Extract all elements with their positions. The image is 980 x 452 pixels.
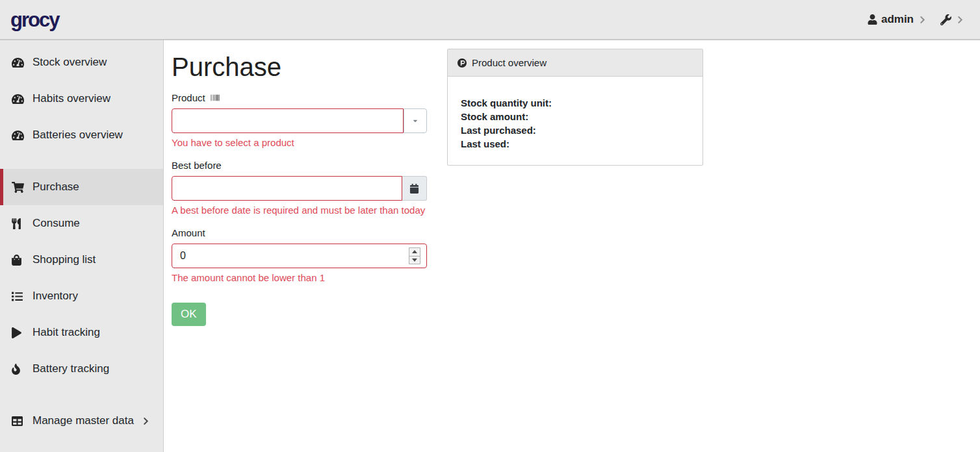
gauge-icon xyxy=(12,94,29,105)
product-overview-title: Product overview xyxy=(472,57,547,68)
sidebar-item-label: Battery tracking xyxy=(32,362,154,375)
sidebar-item-label: Habit tracking xyxy=(32,326,154,339)
list-icon xyxy=(12,291,29,302)
amount-error: The amount cannot be lower than 1 xyxy=(172,272,427,283)
main-content: Purchase Product You h xyxy=(164,40,980,452)
user-name: admin xyxy=(881,13,914,26)
best-before-label-text: Best before xyxy=(172,160,222,171)
chevron-right-icon[interactable] xyxy=(920,16,925,24)
sidebar-item-consume[interactable]: Consume xyxy=(0,205,163,242)
amount-label-text: Amount xyxy=(172,227,205,238)
sidebar-nav: Stock overview Habits overview Batteries… xyxy=(0,40,164,452)
sidebar-item-manage-master-data[interactable]: Manage master data xyxy=(0,403,163,439)
user-icon xyxy=(868,14,877,25)
amount-form-group: Amount The amount cannot be lower than 1 xyxy=(172,227,427,283)
product-label: Product xyxy=(172,92,427,103)
sidebar-item-habit-tracking[interactable]: Habit tracking xyxy=(0,314,163,351)
gauge-icon xyxy=(12,130,29,141)
best-before-input[interactable] xyxy=(172,176,402,201)
sidebar-item-batteries-overview[interactable]: Batteries overview xyxy=(0,117,163,153)
spinner-down-button[interactable] xyxy=(409,256,420,264)
chevron-right-icon xyxy=(143,417,149,425)
product-error: You have to select a product xyxy=(172,137,427,148)
amount-input[interactable] xyxy=(172,244,427,268)
last-purchased-label: Last purchased: xyxy=(461,123,690,137)
sidebar-item-label: Shopping list xyxy=(32,253,154,266)
sidebar-spacer xyxy=(0,153,163,169)
last-used-label: Last used: xyxy=(461,137,690,151)
gauge-icon xyxy=(12,57,29,68)
stock-amount-label: Stock amount: xyxy=(461,110,690,123)
settings-menu[interactable] xyxy=(940,14,963,25)
sidebar-item-label: Purchase xyxy=(32,181,154,194)
shopping-bag-icon xyxy=(12,255,29,266)
grocy-logo[interactable]: grocy xyxy=(10,10,58,30)
wrench-icon xyxy=(940,14,951,25)
barcode-icon xyxy=(210,94,220,102)
sidebar-item-label: Batteries overview xyxy=(32,129,154,142)
product-label-text: Product xyxy=(172,92,205,103)
product-overview-body: Stock quantity unit: Stock amount: Last … xyxy=(448,77,703,165)
amount-label: Amount xyxy=(172,227,427,238)
product-overview-header: Product overview xyxy=(448,49,703,77)
header-actions: admin xyxy=(868,13,963,26)
product-form-group: Product You have to select a product xyxy=(172,92,427,148)
shopping-cart-icon xyxy=(12,182,29,193)
best-before-form-group: Best before A best before date is requir… xyxy=(172,160,427,216)
page-title: Purchase xyxy=(172,52,427,82)
table-icon xyxy=(12,416,29,427)
play-icon xyxy=(12,327,29,338)
sidebar-item-label: Consume xyxy=(32,217,154,230)
best-before-input-group xyxy=(172,176,427,201)
purchase-form: Purchase Product You h xyxy=(172,48,427,326)
sidebar-spacer xyxy=(0,387,163,403)
product-input-group xyxy=(172,108,427,133)
product-dropdown-button[interactable] xyxy=(404,108,427,133)
caret-down-icon xyxy=(412,118,419,124)
sidebar-item-label: Stock overview xyxy=(32,56,154,69)
utensils-icon xyxy=(12,218,29,229)
calendar-icon xyxy=(409,184,419,194)
spinner-up-button[interactable] xyxy=(409,248,420,256)
top-header: grocy admin xyxy=(0,0,980,40)
fire-icon xyxy=(12,364,29,375)
user-menu[interactable]: admin xyxy=(868,13,914,26)
calendar-button[interactable] xyxy=(402,176,427,201)
best-before-label: Best before xyxy=(172,160,427,171)
product-icon xyxy=(457,58,467,68)
sidebar-item-battery-tracking[interactable]: Battery tracking xyxy=(0,351,163,387)
sidebar-item-inventory[interactable]: Inventory xyxy=(0,278,163,314)
amount-input-group xyxy=(172,244,427,268)
sidebar-item-label: Manage master data xyxy=(32,414,143,427)
sidebar-item-shopping-list[interactable]: Shopping list xyxy=(0,242,163,278)
sidebar-item-habits-overview[interactable]: Habits overview xyxy=(0,81,163,117)
chevron-right-icon xyxy=(957,16,963,24)
product-overview-card: Product overview Stock quantity unit: St… xyxy=(447,49,703,166)
product-input[interactable] xyxy=(172,108,404,133)
sidebar-item-label: Habits overview xyxy=(32,92,154,105)
sidebar-item-purchase[interactable]: Purchase xyxy=(0,169,163,205)
sidebar-item-label: Inventory xyxy=(32,290,154,303)
best-before-error: A best before date is required and must … xyxy=(172,205,427,216)
number-spinner[interactable] xyxy=(409,247,420,264)
stock-quantity-unit-label: Stock quantity unit: xyxy=(461,96,690,110)
ok-button[interactable]: OK xyxy=(172,303,206,326)
sidebar-item-stock-overview[interactable]: Stock overview xyxy=(0,44,163,81)
